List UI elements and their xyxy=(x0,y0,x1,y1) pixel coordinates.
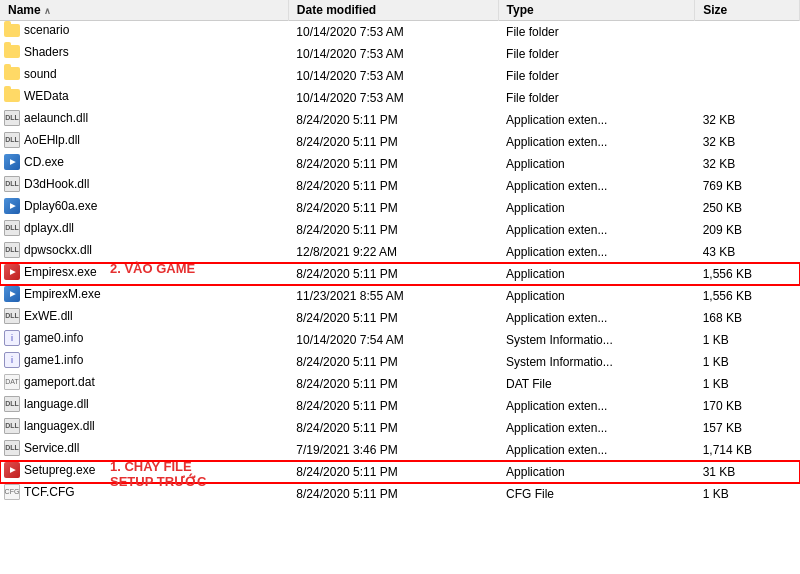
cfg-icon: CFG xyxy=(4,484,20,500)
file-type: File folder xyxy=(498,43,695,65)
file-name: WEData xyxy=(24,89,69,103)
file-name-cell[interactable]: DLLlanguage.dll xyxy=(0,395,220,413)
file-date: 8/24/2020 5:11 PM xyxy=(288,351,498,373)
file-date: 8/24/2020 5:11 PM xyxy=(288,131,498,153)
file-name: CD.exe xyxy=(24,155,64,169)
exe-icon: ▶ xyxy=(4,198,20,214)
table-row[interactable]: DLLlanguage.dll8/24/2020 5:11 PMApplicat… xyxy=(0,395,800,417)
file-name-cell[interactable]: DLLService.dll xyxy=(0,439,220,457)
table-row[interactable]: scenario10/14/2020 7:53 AMFile folder xyxy=(0,21,800,43)
file-name-cell[interactable]: DLLdplayx.dll xyxy=(0,219,220,237)
file-type: Application xyxy=(498,461,695,483)
dll-icon: DLL xyxy=(4,440,20,456)
table-row[interactable]: DATgameport.dat8/24/2020 5:11 PMDAT File… xyxy=(0,373,800,395)
file-date: 10/14/2020 7:53 AM xyxy=(288,87,498,109)
column-header-date[interactable]: Date modified xyxy=(288,0,498,21)
file-size xyxy=(695,87,800,109)
file-name-cell[interactable]: ▶CD.exe xyxy=(0,153,220,171)
file-date: 10/14/2020 7:53 AM xyxy=(288,65,498,87)
file-name-cell[interactable]: sound xyxy=(0,65,220,83)
file-name: aelaunch.dll xyxy=(24,111,88,125)
file-name-cell[interactable]: DLLaelaunch.dll xyxy=(0,109,220,127)
file-name-cell[interactable]: ▶Setupreg.exe1. CHAY FILE SETUP TRƯỚC xyxy=(0,461,220,479)
file-name: languagex.dll xyxy=(24,419,95,433)
file-date: 8/24/2020 5:11 PM xyxy=(288,263,498,285)
file-name: D3dHook.dll xyxy=(24,177,89,191)
file-name-cell[interactable]: DLLlanguagex.dll xyxy=(0,417,220,435)
file-size: 32 KB xyxy=(695,109,800,131)
file-explorer-container: Name ∧ Date modified Type Size scenario1… xyxy=(0,0,800,574)
table-row[interactable]: DLLExWE.dll8/24/2020 5:11 PMApplication … xyxy=(0,307,800,329)
file-size: 1 KB xyxy=(695,483,800,505)
table-row[interactable]: igame0.info10/14/2020 7:54 AMSystem Info… xyxy=(0,329,800,351)
table-row[interactable]: ▶Dplay60a.exe8/24/2020 5:11 PMApplicatio… xyxy=(0,197,800,219)
file-name-cell[interactable]: WEData xyxy=(0,87,220,105)
table-row[interactable]: DLLdplayx.dll8/24/2020 5:11 PMApplicatio… xyxy=(0,219,800,241)
dll-icon: DLL xyxy=(4,308,20,324)
column-header-size[interactable]: Size xyxy=(695,0,800,21)
exe-highlighted-icon: ▶ xyxy=(4,264,20,280)
exe-highlighted-icon: ▶ xyxy=(4,462,20,478)
column-header-name[interactable]: Name ∧ xyxy=(0,0,288,21)
table-row[interactable]: DLLlanguagex.dll8/24/2020 5:11 PMApplica… xyxy=(0,417,800,439)
table-row[interactable]: ▶EmpirexM.exe11/23/2021 8:55 AMApplicati… xyxy=(0,285,800,307)
file-name: Shaders xyxy=(24,45,69,59)
file-type: Application xyxy=(498,153,695,175)
file-date: 8/24/2020 5:11 PM xyxy=(288,153,498,175)
file-date: 8/24/2020 5:11 PM xyxy=(288,373,498,395)
file-name-cell[interactable]: DLLAoEHlp.dll xyxy=(0,131,220,149)
file-date: 8/24/2020 5:11 PM xyxy=(288,197,498,219)
file-size: 1 KB xyxy=(695,351,800,373)
file-name-cell[interactable]: DLLExWE.dll xyxy=(0,307,220,325)
file-name-cell[interactable]: DLLD3dHook.dll xyxy=(0,175,220,193)
table-row[interactable]: Shaders10/14/2020 7:53 AMFile folder xyxy=(0,43,800,65)
file-name-cell[interactable]: ▶EmpirexM.exe xyxy=(0,285,220,303)
file-date: 12/8/2021 9:22 AM xyxy=(288,241,498,263)
file-name: sound xyxy=(24,67,57,81)
file-size xyxy=(695,65,800,87)
table-row[interactable]: DLLaelaunch.dll8/24/2020 5:11 PMApplicat… xyxy=(0,109,800,131)
file-type: Application exten... xyxy=(498,417,695,439)
file-type: Application exten... xyxy=(498,395,695,417)
dll-icon: DLL xyxy=(4,242,20,258)
file-size: 168 KB xyxy=(695,307,800,329)
info-icon: i xyxy=(4,330,20,346)
file-size xyxy=(695,43,800,65)
file-type: Application exten... xyxy=(498,219,695,241)
folder-icon xyxy=(4,22,20,38)
file-size: 43 KB xyxy=(695,241,800,263)
file-date: 8/24/2020 5:11 PM xyxy=(288,483,498,505)
table-row[interactable]: DLLD3dHook.dll8/24/2020 5:11 PMApplicati… xyxy=(0,175,800,197)
file-name-cell[interactable]: igame0.info xyxy=(0,329,220,347)
file-name-cell[interactable]: Shaders xyxy=(0,43,220,61)
dll-icon: DLL xyxy=(4,132,20,148)
file-type: Application exten... xyxy=(498,131,695,153)
column-header-type[interactable]: Type xyxy=(498,0,695,21)
sort-arrow-name: ∧ xyxy=(44,6,51,16)
table-row[interactable]: ▶Setupreg.exe1. CHAY FILE SETUP TRƯỚC8/2… xyxy=(0,461,800,483)
file-type: Application xyxy=(498,197,695,219)
file-name-cell[interactable]: ▶Empiresx.exe2. VÀO GAME xyxy=(0,263,220,281)
file-list-scroll[interactable]: Name ∧ Date modified Type Size scenario1… xyxy=(0,0,800,560)
table-row[interactable]: DLLAoEHlp.dll8/24/2020 5:11 PMApplicatio… xyxy=(0,131,800,153)
file-date: 7/19/2021 3:46 PM xyxy=(288,439,498,461)
table-row[interactable]: WEData10/14/2020 7:53 AMFile folder xyxy=(0,87,800,109)
file-type: Application exten... xyxy=(498,175,695,197)
file-name-cell[interactable]: DATgameport.dat xyxy=(0,373,220,391)
file-name-cell[interactable]: ▶Dplay60a.exe xyxy=(0,197,220,215)
file-name-cell[interactable]: scenario xyxy=(0,21,220,39)
table-row[interactable]: ▶CD.exe8/24/2020 5:11 PMApplication32 KB xyxy=(0,153,800,175)
file-name-cell[interactable]: DLLdpwsockx.dll xyxy=(0,241,220,259)
file-type: DAT File xyxy=(498,373,695,395)
file-date: 8/24/2020 5:11 PM xyxy=(288,175,498,197)
table-row[interactable]: igame1.info8/24/2020 5:11 PMSystem Infor… xyxy=(0,351,800,373)
file-name: scenario xyxy=(24,23,69,37)
table-row[interactable]: ▶Empiresx.exe2. VÀO GAME8/24/2020 5:11 P… xyxy=(0,263,800,285)
table-row[interactable]: sound10/14/2020 7:53 AMFile folder xyxy=(0,65,800,87)
file-name: Setupreg.exe xyxy=(24,463,95,477)
file-type: Application exten... xyxy=(498,439,695,461)
file-date: 8/24/2020 5:11 PM xyxy=(288,109,498,131)
table-row[interactable]: DLLService.dll7/19/2021 3:46 PMApplicati… xyxy=(0,439,800,461)
table-row[interactable]: DLLdpwsockx.dll12/8/2021 9:22 AMApplicat… xyxy=(0,241,800,263)
file-name-cell[interactable]: igame1.info xyxy=(0,351,220,369)
